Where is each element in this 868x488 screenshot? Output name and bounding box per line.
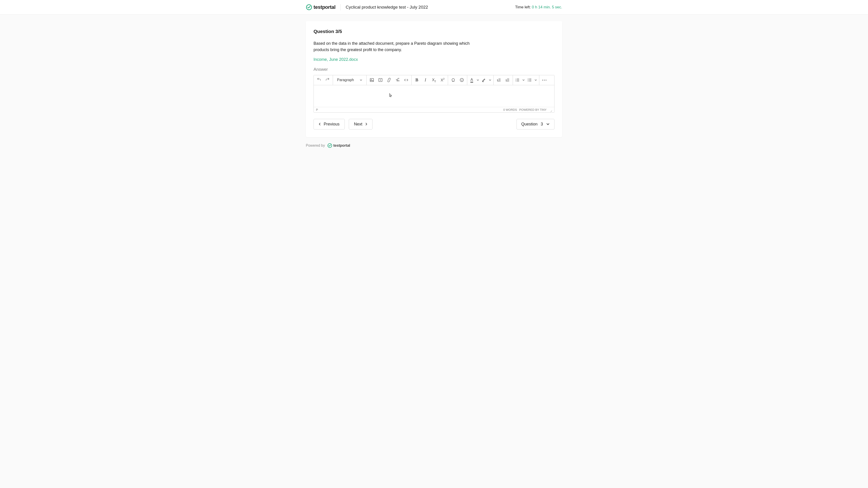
outdent-icon	[497, 78, 501, 82]
more-options-button[interactable]: ···	[540, 76, 549, 84]
omega-icon	[451, 78, 456, 82]
header-divider	[340, 4, 341, 10]
ellipsis-icon: ···	[542, 78, 547, 83]
superscript-icon: X2	[440, 78, 444, 83]
question-selector[interactable]: Question 3	[517, 119, 555, 129]
footer: Powered by testportal	[306, 141, 562, 150]
indent-icon	[505, 78, 510, 82]
ordered-list-button[interactable]: 123	[514, 76, 521, 84]
footer-brand-name: testportal	[333, 143, 350, 148]
chevron-left-icon	[319, 123, 321, 126]
chevron-down-icon	[546, 122, 550, 126]
resize-handle[interactable]	[549, 108, 552, 111]
footer-brand-logo: testportal	[327, 143, 350, 148]
italic-icon: I	[425, 78, 426, 83]
highlight-icon	[482, 78, 486, 82]
image-icon	[370, 78, 374, 82]
footer-powered-label: Powered by	[306, 144, 325, 148]
question-selector-label: Question	[521, 122, 537, 127]
logo-checkmark-icon	[306, 4, 312, 10]
header: testportal Cyclical product knowledge te…	[0, 0, 868, 15]
rich-text-editor: Paragraph	[313, 75, 555, 113]
unordered-list-icon	[527, 78, 532, 82]
svg-point-5	[406, 81, 406, 81]
paragraph-style-label: Paragraph	[337, 78, 354, 82]
chevron-down-icon	[360, 79, 362, 81]
question-selector-number: 3	[541, 122, 543, 127]
chevron-right-icon	[365, 123, 367, 126]
element-path[interactable]: P	[316, 108, 318, 112]
svg-point-4	[406, 79, 406, 80]
svg-point-14	[528, 81, 528, 82]
question-navigation: Previous Next Question 3	[313, 119, 555, 129]
unordered-list-dropdown[interactable]	[533, 79, 538, 81]
timer-value: 0 h 14 min. 5 sec.	[532, 5, 562, 9]
bold-icon: B	[415, 78, 418, 83]
svg-point-6	[460, 79, 464, 82]
link-icon	[387, 78, 391, 82]
emoji-icon	[460, 78, 464, 82]
video-icon	[378, 78, 383, 82]
chevron-down-icon	[522, 79, 525, 81]
highlight-dropdown[interactable]	[488, 79, 493, 81]
word-count: 0 WORDS	[503, 108, 517, 112]
text-color-dropdown[interactable]	[475, 79, 480, 81]
subscript-button[interactable]: X2	[430, 76, 438, 84]
question-prompt: Based on the data in the attached docume…	[313, 40, 472, 53]
indent-button[interactable]	[503, 76, 512, 84]
text-color-icon: A	[470, 78, 473, 83]
svg-point-8	[462, 80, 463, 80]
attachment-link[interactable]: Income, June 2022.docx	[313, 57, 358, 62]
next-label: Next	[354, 122, 362, 127]
italic-button[interactable]: I	[421, 76, 430, 84]
undo-icon	[317, 78, 321, 82]
outdent-button[interactable]	[495, 76, 503, 84]
svg-point-7	[461, 80, 462, 80]
insert-code-button[interactable]	[402, 76, 410, 84]
insert-image-button[interactable]	[368, 76, 376, 84]
question-card: Question 3/5 Based on the data in the at…	[306, 21, 562, 137]
chevron-down-icon	[489, 79, 491, 81]
undo-button[interactable]	[315, 76, 323, 84]
special-char-button[interactable]	[449, 76, 458, 84]
next-button[interactable]: Next	[349, 119, 373, 129]
code-icon	[404, 78, 408, 82]
timer-label: Time left:	[515, 5, 532, 9]
editor-content-area[interactable]	[314, 85, 554, 107]
ordered-list-icon: 123	[515, 78, 520, 82]
brand-name: testportal	[313, 4, 336, 10]
chevron-down-icon	[476, 79, 479, 81]
bold-button[interactable]: B	[412, 76, 421, 84]
svg-point-12	[528, 79, 528, 79]
redo-button[interactable]	[323, 76, 332, 84]
ordered-list-dropdown[interactable]	[521, 79, 526, 81]
paragraph-style-select[interactable]: Paragraph	[334, 78, 366, 82]
subscript-icon: X2	[432, 78, 436, 83]
equation-icon	[395, 78, 400, 82]
editor-status-bar: P 0 WORDS POWERED BY TINY	[314, 107, 554, 112]
answer-label: Answer	[313, 67, 555, 72]
svg-rect-1	[370, 79, 374, 82]
mouse-cursor-icon	[389, 93, 393, 97]
previous-button[interactable]: Previous	[313, 119, 345, 129]
question-number: Question 3/5	[313, 29, 555, 34]
svg-text:3: 3	[516, 81, 516, 82]
test-title: Cyclical product knowledge test - July 2…	[346, 5, 428, 10]
highlight-button[interactable]	[480, 76, 488, 84]
superscript-button[interactable]: X2	[438, 76, 447, 84]
previous-label: Previous	[324, 122, 340, 127]
insert-equation-button[interactable]	[393, 76, 402, 84]
emoji-button[interactable]	[458, 76, 466, 84]
insert-link-button[interactable]	[385, 76, 393, 84]
svg-point-13	[528, 80, 528, 81]
logo-checkmark-icon	[327, 143, 332, 148]
insert-video-button[interactable]	[376, 76, 385, 84]
timer: Time left: 0 h 14 min. 5 sec.	[515, 5, 562, 9]
unordered-list-button[interactable]	[526, 76, 533, 84]
chevron-down-icon	[534, 79, 537, 81]
redo-icon	[325, 78, 330, 82]
editor-toolbar: Paragraph	[314, 75, 554, 85]
text-color-button[interactable]: A	[468, 76, 475, 84]
brand-logo: testportal	[306, 4, 336, 10]
tiny-branding: POWERED BY TINY	[519, 108, 547, 112]
